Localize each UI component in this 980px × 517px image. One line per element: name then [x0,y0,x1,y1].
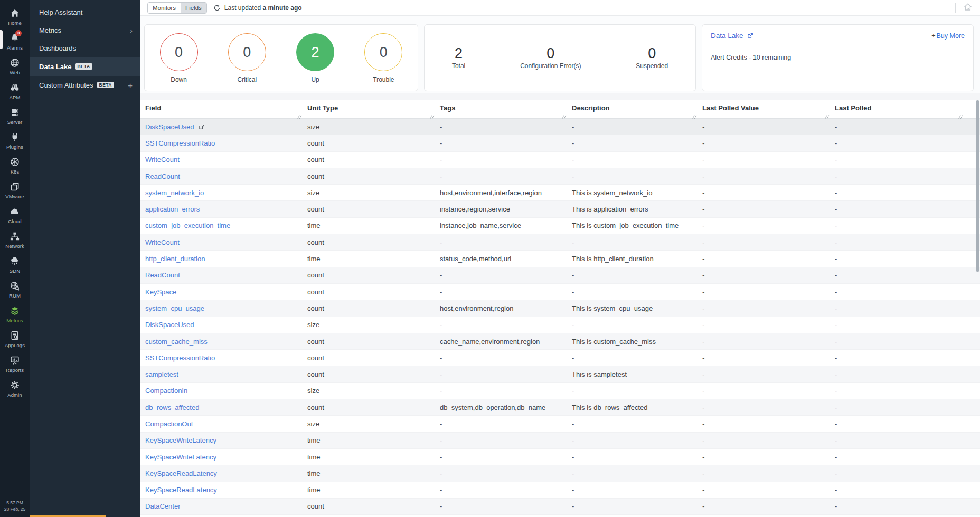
rail-item-metrics[interactable]: Metrics [0,302,30,327]
sidebar-item-help-assistant[interactable]: Help Assistant [30,3,140,21]
field-link[interactable]: DataCenter [145,502,180,510]
column-header-tags[interactable]: Tags [440,104,572,112]
column-resize-handle[interactable] [297,113,302,121]
rail-item-plugins[interactable]: Plugins [0,128,30,153]
column-header-unit-type[interactable]: Unit Type [307,104,440,112]
description-cell: - [572,502,702,510]
tags-cell: - [440,370,572,378]
field-link[interactable]: KeySpaceWriteLatency [145,436,216,444]
rail-item-server[interactable]: Server [0,103,30,128]
tags-cell: - [440,354,572,362]
description-cell: - [572,288,702,296]
monitors-fields-toggle: MonitorsFields [147,2,207,14]
column-header-description[interactable]: Description [572,104,702,112]
sidebar-item-data-lake[interactable]: Data LakeBETA [30,57,140,76]
column-resize-handle[interactable] [958,113,963,121]
field-link[interactable]: WriteCount [145,238,180,246]
rail-item-apm[interactable]: APM [0,79,30,103]
add-icon[interactable]: + [128,81,133,89]
column-header-last-polled[interactable]: Last Polled [835,104,980,112]
clock-time: 5:57 PM [4,500,26,506]
open-external-icon[interactable] [198,123,205,130]
field-link[interactable]: KeySpace [145,288,176,296]
buy-more-link[interactable]: +Buy More [931,32,965,40]
rail-item-vmware[interactable]: VMware [0,178,30,203]
rail-item-label: Admin [7,392,22,398]
field-link[interactable]: SSTCompressionRatio [145,139,215,147]
field-link[interactable]: system_cpu_usage [145,304,204,312]
last-polled-value-cell: - [702,486,835,494]
field-link[interactable]: sampletest [145,370,178,378]
unit-type-cell: time [307,486,440,494]
sidebar-item-metrics[interactable]: Metrics› [30,21,140,39]
tags-cell: - [440,288,572,296]
table-row: system_network_iosizehost,environment,in… [140,185,980,201]
summary-total: 2 Total [452,46,465,70]
field-link[interactable]: KeySpaceReadLatency [145,470,217,477]
field-link[interactable]: CompactionIn [145,387,187,395]
field-link[interactable]: ReadCount [145,271,180,279]
data-lake-link[interactable]: Data Lake [711,32,753,40]
field-link[interactable]: db_rows_affected [145,404,199,411]
table-row: DataCentercount---- [140,499,980,515]
status-trouble[interactable]: 0 Trouble [364,33,402,83]
beta-badge: BETA [97,82,114,88]
last-polled-value-cell: - [702,238,835,246]
field-link[interactable]: http_client_duration [145,255,205,263]
field-link[interactable]: SSTCompressionRatio [145,354,215,362]
last-polled-value-cell: - [702,338,835,346]
field-link[interactable]: custom_cache_miss [145,338,208,346]
field-link[interactable]: system_network_io [145,189,204,197]
column-resize-handle[interactable] [561,113,567,121]
field-link[interactable]: custom_job_execution_time [145,222,230,229]
description-cell: This is db_rows_affected [572,404,702,411]
refresh-icon[interactable] [213,4,221,12]
field-link[interactable]: KeySpaceWriteLatency [145,453,216,461]
column-header-last-polled-value[interactable]: Last Polled Value [702,104,835,112]
table-header: FieldUnit TypeTagsDescriptionLast Polled… [140,100,980,119]
rail-item-network[interactable]: Network [0,227,30,252]
tags-cell: db_system,db_operation,db_name [440,404,572,411]
field-link[interactable]: DiskSpaceUsed [145,123,205,131]
last-polled-cell: - [835,338,980,346]
field-link[interactable]: CompactionOut [145,420,193,428]
topbar-right [955,2,973,14]
rail-item-web[interactable]: Web [0,54,30,79]
field-link[interactable]: DiskSpaceUsed [145,321,194,329]
status-critical[interactable]: 0 Critical [228,33,266,83]
rail-item-alarms[interactable]: 3 Alarms [0,29,30,54]
collapsed-panel-handle[interactable] [0,30,3,49]
home-outline-icon[interactable] [963,2,973,14]
sidebar-item-dashboards[interactable]: Dashboards [30,39,140,57]
unit-type-cell: count [307,502,440,510]
field-link[interactable]: ReadCount [145,173,180,180]
status-up[interactable]: 2 Up [296,33,334,83]
toggle-monitors[interactable]: Monitors [148,3,181,13]
rail-item-applogs[interactable]: AppLogs [0,327,30,351]
alert-credits-text: Alert Credits - 10 remaining [711,54,965,61]
last-polled-value-cell: - [702,420,835,428]
description-cell: This is custom_job_execution_time [572,222,702,229]
column-header-field[interactable]: Field [145,104,307,112]
last-polled-cell: - [835,486,980,494]
rail-item-admin[interactable]: Admin [0,376,30,401]
rail-item-reports[interactable]: Reports [0,351,30,376]
rail-item-rum[interactable]: RUM [0,277,30,302]
column-resize-handle[interactable] [692,113,697,121]
column-resize-handle[interactable] [429,113,435,121]
rail-item-sdn[interactable]: SDN [0,252,30,277]
column-resize-handle[interactable] [824,113,830,121]
sidebar-item-custom-attributes[interactable]: Custom AttributesBETA+ [30,76,140,94]
field-link[interactable]: application_errors [145,205,200,213]
vertical-scrollbar[interactable] [976,100,979,272]
fields-table: FieldUnit TypeTagsDescriptionLast Polled… [140,100,980,517]
field-link[interactable]: KeySpaceReadLatency [145,486,217,494]
field-link[interactable]: WriteCount [145,156,180,164]
rail-item-cloud[interactable]: Cloud [0,203,30,227]
last-polled-value-cell: - [702,139,835,147]
status-down[interactable]: 0 Down [160,33,198,83]
description-cell: - [572,271,702,279]
toggle-fields[interactable]: Fields [181,3,206,13]
rail-item-k8s[interactable]: K8s [0,153,30,178]
rail-item-home[interactable]: Home [0,4,30,29]
